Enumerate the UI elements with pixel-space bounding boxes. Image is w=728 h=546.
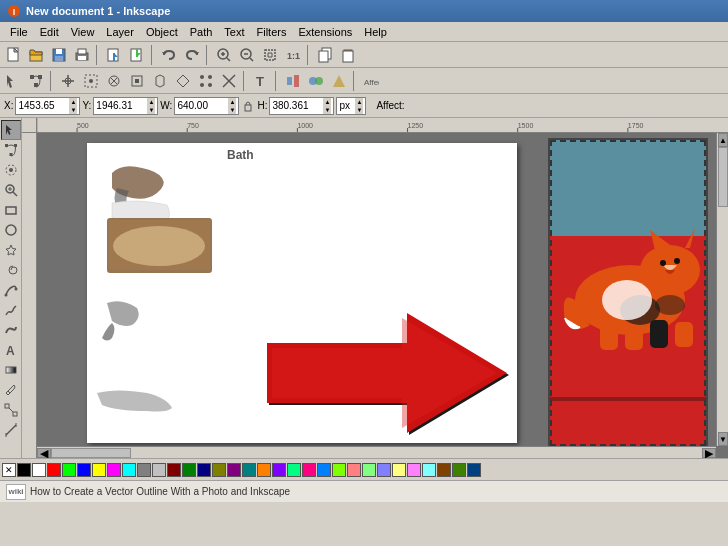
tweak-tool[interactable] (1, 160, 21, 180)
color-teal[interactable] (242, 463, 256, 477)
color-yellow[interactable] (92, 463, 106, 477)
no-color-btn[interactable]: ✕ (2, 463, 16, 477)
color-olive[interactable] (212, 463, 226, 477)
calligraphy-tool[interactable] (1, 320, 21, 340)
color-salmon[interactable] (347, 463, 361, 477)
color-violet[interactable] (272, 463, 286, 477)
color-pink[interactable] (407, 463, 421, 477)
snap7-btn[interactable] (195, 70, 217, 92)
svg-text:T: T (256, 74, 264, 89)
snap4-btn[interactable] (126, 70, 148, 92)
text-tool-btn[interactable]: T (250, 70, 272, 92)
main-area: A 500 750 1000 (0, 118, 728, 458)
snap6-btn[interactable] (172, 70, 194, 92)
save-button[interactable] (48, 44, 70, 66)
menu-extensions[interactable]: Extensions (292, 25, 358, 39)
menu-help[interactable]: Help (358, 25, 393, 39)
import-button[interactable] (103, 44, 125, 66)
zoom-in-button[interactable] (213, 44, 235, 66)
h-input[interactable]: 380.361 ▲ ▼ (269, 97, 334, 115)
color-rose[interactable] (302, 463, 316, 477)
color-black[interactable] (17, 463, 31, 477)
zoom-fit-button[interactable] (259, 44, 281, 66)
color-blue[interactable] (77, 463, 91, 477)
paste-button[interactable] (337, 44, 359, 66)
snap5-btn[interactable] (149, 70, 171, 92)
new-button[interactable] (2, 44, 24, 66)
menu-text[interactable]: Text (218, 25, 250, 39)
lock-aspect-btn[interactable] (241, 99, 255, 113)
pencil-tool[interactable] (1, 300, 21, 320)
measure-tool[interactable] (1, 420, 21, 440)
menu-object[interactable]: Object (140, 25, 184, 39)
zoom-tool[interactable] (1, 180, 21, 200)
spiral-tool[interactable] (1, 260, 21, 280)
zoom-out-button[interactable] (236, 44, 258, 66)
open-button[interactable] (25, 44, 47, 66)
vertical-scrollbar[interactable]: ▲ ▼ (716, 133, 728, 446)
connector-tool[interactable] (1, 400, 21, 420)
menu-layer[interactable]: Layer (100, 25, 140, 39)
color-white[interactable] (32, 463, 46, 477)
pen-tool[interactable] (1, 280, 21, 300)
color-azure[interactable] (317, 463, 331, 477)
star-tool[interactable] (1, 240, 21, 260)
color-orange[interactable] (257, 463, 271, 477)
color-silver[interactable] (152, 463, 166, 477)
snap-btn[interactable] (57, 70, 79, 92)
color-green[interactable] (182, 463, 196, 477)
node-tool[interactable] (1, 140, 21, 160)
x-input[interactable]: 1453.65 ▲ ▼ (15, 97, 80, 115)
zoom-100-button[interactable]: 1:1 (282, 44, 304, 66)
undo-button[interactable] (158, 44, 180, 66)
select-transform-btn[interactable] (2, 70, 24, 92)
color-sky[interactable] (422, 463, 436, 477)
color-magenta[interactable] (107, 463, 121, 477)
color-periwinkle[interactable] (377, 463, 391, 477)
dropper-tool[interactable] (1, 380, 21, 400)
more-btn2[interactable] (305, 70, 327, 92)
w-input[interactable]: 640.00 ▲ ▼ (174, 97, 239, 115)
unit-select[interactable]: px ▲ ▼ (336, 97, 366, 115)
snap2-btn[interactable] (80, 70, 102, 92)
menu-view[interactable]: View (65, 25, 101, 39)
menu-file[interactable]: File (4, 25, 34, 39)
rect-tool[interactable] (1, 200, 21, 220)
color-red[interactable] (47, 463, 61, 477)
snap8-btn[interactable] (218, 70, 240, 92)
gradient-tool[interactable] (1, 360, 21, 380)
color-brown[interactable] (437, 463, 451, 477)
menu-filters[interactable]: Filters (251, 25, 293, 39)
circle-tool[interactable] (1, 220, 21, 240)
menu-edit[interactable]: Edit (34, 25, 65, 39)
color-cream[interactable] (392, 463, 406, 477)
print-button[interactable] (71, 44, 93, 66)
color-purple[interactable] (227, 463, 241, 477)
color-gray[interactable] (137, 463, 151, 477)
horizontal-scrollbar[interactable]: ◀ ▶ (37, 446, 716, 458)
y-input[interactable]: 1946.31 ▲ ▼ (93, 97, 158, 115)
text-tool[interactable]: A (1, 340, 21, 360)
affect-btn[interactable]: Affect: (360, 70, 382, 92)
color-mint[interactable] (362, 463, 376, 477)
drawing-canvas[interactable]: Bath (37, 133, 728, 458)
color-dark-blue[interactable] (467, 463, 481, 477)
more-btn3[interactable] (328, 70, 350, 92)
export-button[interactable] (126, 44, 148, 66)
color-maroon[interactable] (167, 463, 181, 477)
snap3-btn[interactable] (103, 70, 125, 92)
svg-line-20 (250, 58, 253, 61)
canvas-area[interactable]: 500 750 1000 1250 1500 1750 (22, 118, 728, 458)
color-chartreuse[interactable] (332, 463, 346, 477)
color-navy[interactable] (197, 463, 211, 477)
node-tool-btn[interactable] (25, 70, 47, 92)
select-tool[interactable] (1, 120, 21, 140)
color-lime[interactable] (62, 463, 76, 477)
redo-button[interactable] (181, 44, 203, 66)
more-btn1[interactable] (282, 70, 304, 92)
color-dark-green[interactable] (452, 463, 466, 477)
color-cyan[interactable] (122, 463, 136, 477)
menu-path[interactable]: Path (184, 25, 219, 39)
color-spring[interactable] (287, 463, 301, 477)
copy-button[interactable] (314, 44, 336, 66)
